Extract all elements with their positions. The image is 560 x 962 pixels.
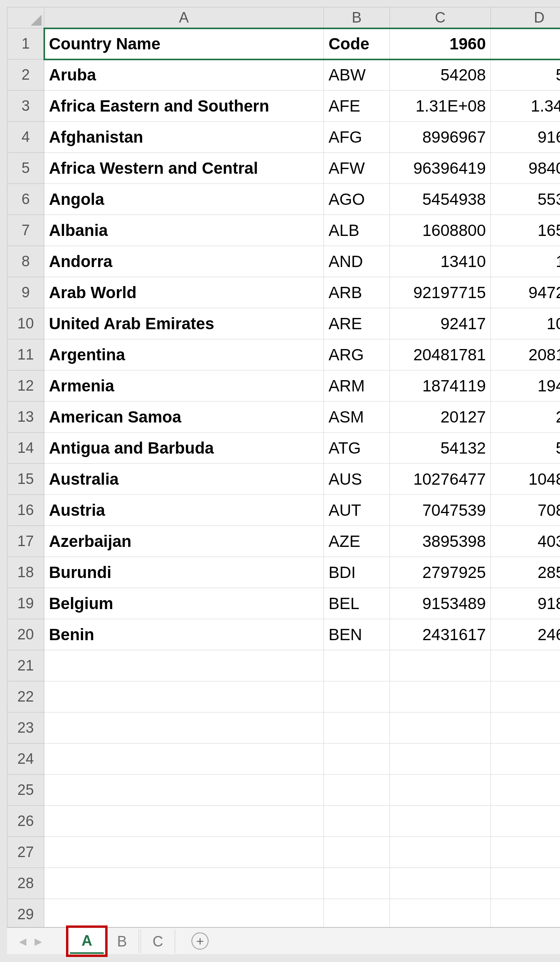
cell-D7[interactable]: 16598 — [491, 215, 560, 246]
cell-C12[interactable]: 1874119 — [390, 370, 491, 402]
cell-D24[interactable] — [491, 744, 560, 775]
cell-A13[interactable]: American Samoa — [44, 402, 324, 433]
select-all-corner[interactable] — [7, 7, 44, 28]
cell-B28[interactable] — [324, 868, 390, 899]
cell-B3[interactable]: AFE — [324, 91, 390, 122]
row-header-20[interactable]: 20 — [7, 619, 44, 650]
cell-A12[interactable]: Armenia — [44, 370, 324, 402]
cell-B26[interactable] — [324, 806, 390, 837]
cell-B29[interactable] — [324, 899, 390, 927]
row-header-5[interactable]: 5 — [7, 153, 44, 184]
cell-D26[interactable] — [491, 806, 560, 837]
cell-C20[interactable]: 2431617 — [390, 619, 491, 650]
cell-C6[interactable]: 5454938 — [390, 184, 491, 215]
sheet-tab-B[interactable]: B — [105, 929, 139, 953]
cell-D5[interactable]: 984072 — [491, 153, 560, 184]
cell-D8[interactable]: 143 — [491, 246, 560, 277]
row-header-21[interactable]: 21 — [7, 650, 44, 681]
cell-C3[interactable]: 1.31E+08 — [390, 91, 491, 122]
cell-C16[interactable]: 7047539 — [390, 495, 491, 526]
cell-A17[interactable]: Azerbaijan — [44, 526, 324, 557]
cell-C24[interactable] — [390, 744, 491, 775]
cell-B4[interactable]: AFG — [324, 122, 390, 153]
cell-A3[interactable]: Africa Eastern and Southern — [44, 91, 324, 122]
cell-A20[interactable]: Benin — [44, 619, 324, 650]
row-header-26[interactable]: 26 — [7, 806, 44, 837]
cell-D2[interactable]: 554 — [491, 59, 560, 91]
cell-B8[interactable]: AND — [324, 246, 390, 277]
sheet-tab-A[interactable]: A — [70, 929, 104, 954]
row-header-3[interactable]: 3 — [7, 91, 44, 122]
sheet-tab-C[interactable]: C — [141, 929, 175, 953]
cell-B23[interactable] — [324, 712, 390, 744]
cell-D23[interactable] — [491, 712, 560, 744]
cell-B1[interactable]: Code — [324, 28, 390, 59]
cell-A27[interactable] — [44, 837, 324, 868]
cell-A15[interactable]: Australia — [44, 464, 324, 495]
cell-D9[interactable]: 947245 — [491, 277, 560, 308]
cell-D10[interactable]: 1008 — [491, 308, 560, 339]
row-header-22[interactable]: 22 — [7, 681, 44, 712]
col-header-B[interactable]: B — [324, 7, 390, 28]
row-header-18[interactable]: 18 — [7, 557, 44, 588]
cell-C7[interactable]: 1608800 — [390, 215, 491, 246]
row-header-15[interactable]: 15 — [7, 464, 44, 495]
cell-A7[interactable]: Albania — [44, 215, 324, 246]
cell-D16[interactable]: 70862 — [491, 495, 560, 526]
cell-D21[interactable] — [491, 650, 560, 681]
cell-D12[interactable]: 19414 — [491, 370, 560, 402]
cell-B18[interactable]: BDI — [324, 557, 390, 588]
cell-B15[interactable]: AUS — [324, 464, 390, 495]
cell-B5[interactable]: AFW — [324, 153, 390, 184]
cell-C14[interactable]: 54132 — [390, 433, 491, 464]
cell-C27[interactable] — [390, 837, 491, 868]
cell-D29[interactable] — [491, 899, 560, 927]
row-header-1[interactable]: 1 — [7, 28, 44, 59]
cell-C11[interactable]: 20481781 — [390, 339, 491, 370]
cell-D17[interactable]: 40303 — [491, 526, 560, 557]
cell-D4[interactable]: 91694 — [491, 122, 560, 153]
cell-B12[interactable]: ARM — [324, 370, 390, 402]
row-header-25[interactable]: 25 — [7, 775, 44, 806]
cell-A29[interactable] — [44, 899, 324, 927]
cell-C25[interactable] — [390, 775, 491, 806]
cell-C19[interactable]: 9153489 — [390, 588, 491, 619]
cell-A9[interactable]: Arab World — [44, 277, 324, 308]
cell-C18[interactable]: 2797925 — [390, 557, 491, 588]
tab-nav-prev[interactable]: ◂ — [15, 932, 30, 950]
row-header-7[interactable]: 7 — [7, 215, 44, 246]
cell-D14[interactable]: 550 — [491, 433, 560, 464]
row-header-13[interactable]: 13 — [7, 402, 44, 433]
cell-B27[interactable] — [324, 837, 390, 868]
cell-C22[interactable] — [390, 681, 491, 712]
cell-D27[interactable] — [491, 837, 560, 868]
cell-A21[interactable] — [44, 650, 324, 681]
cell-B16[interactable]: AUT — [324, 495, 390, 526]
cell-C10[interactable]: 92417 — [390, 308, 491, 339]
cell-C26[interactable] — [390, 806, 491, 837]
row-header-23[interactable]: 23 — [7, 712, 44, 744]
cell-A11[interactable]: Argentina — [44, 339, 324, 370]
cell-C5[interactable]: 96396419 — [390, 153, 491, 184]
row-header-27[interactable]: 27 — [7, 837, 44, 868]
cell-A1[interactable]: Country Name — [44, 28, 324, 59]
cell-A18[interactable]: Burundi — [44, 557, 324, 588]
cell-B20[interactable]: BEN — [324, 619, 390, 650]
cell-C28[interactable] — [390, 868, 491, 899]
add-sheet-button[interactable]: + — [191, 932, 209, 950]
cell-A22[interactable] — [44, 681, 324, 712]
cell-A5[interactable]: Africa Western and Central — [44, 153, 324, 184]
cell-C1[interactable]: 1960 — [390, 28, 491, 59]
row-header-12[interactable]: 12 — [7, 370, 44, 402]
row-header-6[interactable]: 6 — [7, 184, 44, 215]
cell-C29[interactable] — [390, 899, 491, 927]
row-header-2[interactable]: 2 — [7, 59, 44, 91]
cell-B7[interactable]: ALB — [324, 215, 390, 246]
row-header-8[interactable]: 8 — [7, 246, 44, 277]
row-header-16[interactable]: 16 — [7, 495, 44, 526]
cell-A19[interactable]: Belgium — [44, 588, 324, 619]
cell-C21[interactable] — [390, 650, 491, 681]
cell-B25[interactable] — [324, 775, 390, 806]
cell-A14[interactable]: Antigua and Barbuda — [44, 433, 324, 464]
cell-C9[interactable]: 92197715 — [390, 277, 491, 308]
